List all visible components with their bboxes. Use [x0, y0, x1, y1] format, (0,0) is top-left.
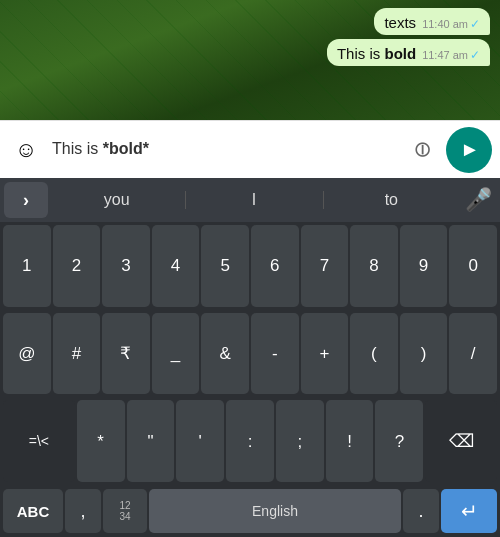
bottom-row: ABC , 12 34 English . ↵: [0, 485, 500, 537]
message-bubble-1: texts 11:40 am ✓: [374, 8, 490, 35]
num-bottom-label: 34: [119, 511, 130, 522]
key-exclaim[interactable]: !: [326, 400, 374, 482]
abc-label: ABC: [17, 503, 50, 520]
key-close-paren[interactable]: ): [400, 313, 448, 395]
attach-button[interactable]: ⊘: [406, 134, 438, 166]
key-asterisk[interactable]: *: [77, 400, 125, 482]
key-apostrophe[interactable]: ': [176, 400, 224, 482]
key-8[interactable]: 8: [350, 225, 398, 307]
message-area: texts 11:40 am ✓ This is bold 11:47 am ✓: [0, 0, 500, 74]
key-4[interactable]: 4: [152, 225, 200, 307]
key-9[interactable]: 9: [400, 225, 448, 307]
key-1[interactable]: 1: [3, 225, 51, 307]
message-time-2: 11:47 am ✓: [422, 48, 480, 62]
suggestions-row: › you I to 🎤: [0, 178, 500, 222]
check-icon-2: ✓: [470, 48, 480, 62]
input-bar: ☺ This is *bold* ⊘ ►: [0, 120, 500, 178]
suggestion-i[interactable]: I: [185, 183, 322, 217]
key-open-paren[interactable]: (: [350, 313, 398, 395]
key-question[interactable]: ?: [375, 400, 423, 482]
key-rupee[interactable]: ₹: [102, 313, 150, 395]
key-0[interactable]: 0: [449, 225, 497, 307]
key-plus[interactable]: +: [301, 313, 349, 395]
key-slash[interactable]: /: [449, 313, 497, 395]
check-icon-1: ✓: [470, 17, 480, 31]
emoji-button[interactable]: ☺: [8, 132, 44, 168]
key-semicolon[interactable]: ;: [276, 400, 324, 482]
key-equals-backslash[interactable]: =\<: [3, 400, 75, 482]
message-text-2: This is bold: [337, 45, 416, 62]
key-5[interactable]: 5: [201, 225, 249, 307]
num-top-label: 12: [119, 500, 130, 511]
send-icon: ►: [460, 138, 480, 161]
keyboard: › you I to 🎤 1 2 3 4 5 6 7 8 9 0 @ # ₹ _…: [0, 178, 500, 537]
comma-button[interactable]: ,: [65, 489, 101, 533]
enter-button[interactable]: ↵: [441, 489, 497, 533]
suggestion-to[interactable]: to: [323, 183, 460, 217]
key-3[interactable]: 3: [102, 225, 150, 307]
key-quote[interactable]: ": [127, 400, 175, 482]
key-7[interactable]: 7: [301, 225, 349, 307]
key-underscore[interactable]: _: [152, 313, 200, 395]
number-row: 1 2 3 4 5 6 7 8 9 0: [0, 222, 500, 310]
key-2[interactable]: 2: [53, 225, 101, 307]
enter-icon: ↵: [461, 499, 478, 523]
key-ampersand[interactable]: &: [201, 313, 249, 395]
suggestion-you[interactable]: you: [48, 183, 185, 217]
chat-background: texts 11:40 am ✓ This is bold 11:47 am ✓: [0, 0, 500, 120]
key-minus[interactable]: -: [251, 313, 299, 395]
key-hash[interactable]: #: [53, 313, 101, 395]
period-label: .: [418, 501, 423, 522]
space-button[interactable]: English: [149, 489, 401, 533]
symbol-row-1: @ # ₹ _ & - + ( ) /: [0, 310, 500, 398]
mic-button[interactable]: 🎤: [460, 182, 496, 218]
symbol-row-2: =\< * " ' : ; ! ? ⌫: [0, 397, 500, 485]
period-button[interactable]: .: [403, 489, 439, 533]
backspace-button[interactable]: ⌫: [425, 400, 497, 482]
comma-label: ,: [80, 501, 85, 522]
key-colon[interactable]: :: [226, 400, 274, 482]
message-input[interactable]: This is *bold*: [52, 139, 398, 160]
suggestion-list: you I to: [48, 183, 460, 217]
attach-icon: ⊘: [406, 134, 437, 165]
mic-icon: 🎤: [465, 187, 492, 213]
message-time-1: 11:40 am ✓: [422, 17, 480, 31]
arrow-icon: ›: [23, 190, 29, 211]
abc-button[interactable]: ABC: [3, 489, 63, 533]
num-button[interactable]: 12 34: [103, 489, 147, 533]
backspace-icon: ⌫: [449, 430, 474, 452]
space-label: English: [252, 503, 298, 519]
arrow-button[interactable]: ›: [4, 182, 48, 218]
message-text-1: texts: [384, 14, 416, 31]
message-bubble-2: This is bold 11:47 am ✓: [327, 39, 490, 66]
key-at[interactable]: @: [3, 313, 51, 395]
emoji-icon: ☺: [15, 137, 37, 163]
send-button[interactable]: ►: [446, 127, 492, 173]
key-6[interactable]: 6: [251, 225, 299, 307]
